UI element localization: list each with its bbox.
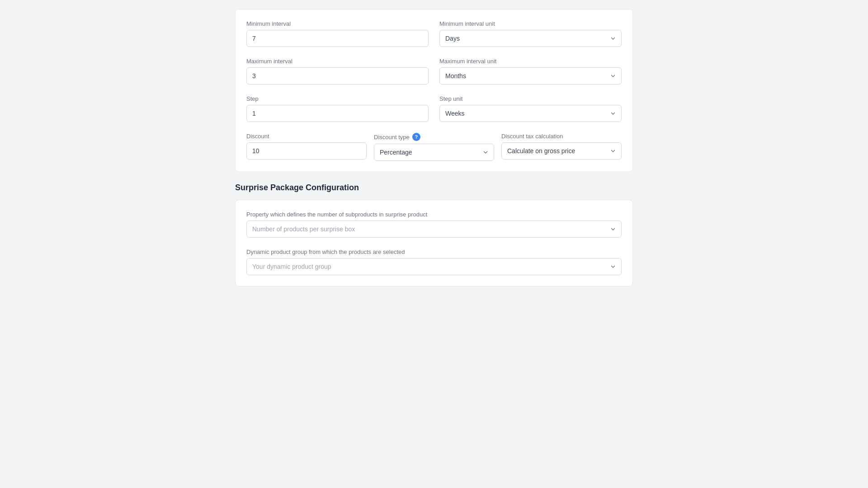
discount-type-label: Discount type ?: [374, 133, 494, 141]
max-interval-unit-select[interactable]: Days Weeks Months Years: [439, 67, 622, 84]
discount-tax-group: Discount tax calculation Calculate on gr…: [501, 133, 622, 161]
step-unit-group: Step unit Days Weeks Months Years: [439, 95, 622, 122]
discount-tax-label: Discount tax calculation: [501, 133, 622, 140]
discount-type-group: Discount type ? Percentage Fixed amount: [374, 133, 494, 161]
interval-config-card: Minimum interval Minimum interval unit D…: [235, 9, 633, 172]
step-unit-select[interactable]: Days Weeks Months Years: [439, 105, 622, 122]
min-interval-unit-label: Minimum interval unit: [439, 20, 622, 27]
discount-row: Discount Discount type ? Percentage Fixe…: [246, 133, 622, 161]
discount-label: Discount: [246, 133, 367, 140]
step-label: Step: [246, 95, 429, 102]
min-interval-input[interactable]: [246, 30, 429, 47]
property-group: Property which defines the number of sub…: [246, 211, 622, 238]
surprise-config-card: Property which defines the number of sub…: [235, 200, 633, 286]
dynamic-group-label: Dynamic product group from which the pro…: [246, 249, 622, 255]
max-interval-unit-group: Maximum interval unit Days Weeks Months …: [439, 58, 622, 84]
min-interval-row: Minimum interval Minimum interval unit D…: [246, 20, 622, 47]
page-container: Minimum interval Minimum interval unit D…: [226, 9, 642, 286]
discount-input[interactable]: [246, 142, 367, 160]
discount-type-select[interactable]: Percentage Fixed amount: [374, 144, 494, 161]
max-interval-group: Maximum interval: [246, 58, 429, 84]
step-unit-label: Step unit: [439, 95, 622, 102]
step-group: Step: [246, 95, 429, 122]
max-interval-label: Maximum interval: [246, 58, 429, 65]
max-interval-row: Maximum interval Maximum interval unit D…: [246, 58, 622, 84]
min-interval-unit-group: Minimum interval unit Days Weeks Months …: [439, 20, 622, 47]
min-interval-label: Minimum interval: [246, 20, 429, 27]
discount-group: Discount: [246, 133, 367, 161]
min-interval-group: Minimum interval: [246, 20, 429, 47]
property-label: Property which defines the number of sub…: [246, 211, 622, 218]
dynamic-group-select[interactable]: Your dynamic product group: [246, 258, 622, 275]
surprise-section-title: Surprise Package Configuration: [235, 183, 633, 192]
step-row: Step Step unit Days Weeks Months Years: [246, 95, 622, 122]
max-interval-input[interactable]: [246, 67, 429, 84]
min-interval-unit-select[interactable]: Days Weeks Months Years: [439, 30, 622, 47]
surprise-section: Surprise Package Configuration Property …: [235, 183, 633, 286]
max-interval-unit-label: Maximum interval unit: [439, 58, 622, 65]
step-input[interactable]: [246, 105, 429, 122]
dynamic-group-group: Dynamic product group from which the pro…: [246, 249, 622, 275]
property-select[interactable]: Number of products per surprise box: [246, 221, 622, 238]
discount-tax-select[interactable]: Calculate on gross price Calculate on ne…: [501, 142, 622, 160]
discount-type-help-icon[interactable]: ?: [412, 133, 420, 141]
